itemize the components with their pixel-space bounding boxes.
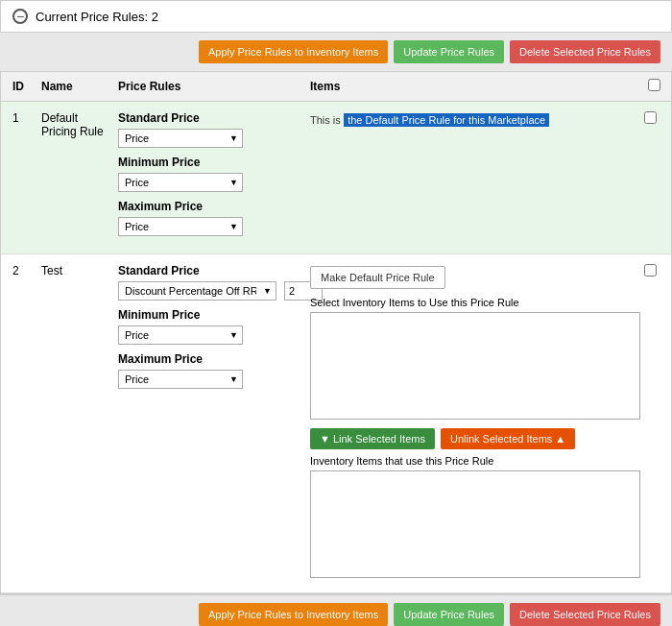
price-rules-table: ID Name Price Rules Items 1 Default Pric… [0, 72, 672, 594]
make-default-btn-wrap: Make Default Price Rule [310, 266, 640, 289]
link-unlink-row: ▼ Link Selected Items Unlink Selected It… [310, 428, 640, 449]
table-header: ID Name Price Rules Items [1, 72, 671, 102]
row2-price-rules: Standard Price Price RRP Discount Percen… [114, 262, 306, 398]
table-row: 2 Test Standard Price Price RRP Discount… [1, 254, 671, 593]
inventory-items-textarea[interactable] [310, 470, 640, 578]
row1-maximum-price-block: Maximum Price Price RRP Custom [118, 200, 302, 236]
col-price-rules: Price Rules [114, 78, 306, 95]
row1-id: 1 [9, 109, 37, 127]
col-id: ID [9, 78, 37, 95]
row2-id: 2 [9, 262, 37, 279]
row1-minimum-price-select-wrap: Price RRP Custom [118, 173, 243, 192]
row2-minimum-price-label: Minimum Price [118, 308, 302, 322]
table-row: 1 Default Pricing Rule Standard Price Pr… [1, 102, 671, 254]
inventory-items-label: Inventory Items that use this Price Rule [310, 455, 640, 467]
row1-maximum-price-select-wrap: Price RRP Custom [118, 217, 243, 236]
delete-selected-button-top[interactable]: Delete Selected Price Rules [510, 40, 660, 63]
row2-minimum-price-select-wrap: Price RRP Custom [118, 325, 243, 345]
row2-standard-price-select-wrap: Price RRP Discount Percentage Off RRP Cu… [118, 281, 276, 301]
row1-standard-price-label: Standard Price [118, 111, 302, 125]
link-selected-items-button[interactable]: ▼ Link Selected Items [310, 428, 435, 449]
row1-checkbox[interactable] [644, 111, 657, 124]
collapse-icon[interactable]: − [12, 9, 28, 24]
col-name: Name [37, 78, 114, 95]
row1-price-rules: Standard Price Price RRP Custom Minimum … [114, 109, 306, 246]
top-bar: − Current Price Rules: 2 [0, 0, 672, 33]
top-action-bar: Apply Price Rules to Inventory Items Upd… [0, 33, 672, 72]
row2-maximum-price-select-wrap: Price RRP Custom [118, 370, 243, 389]
row1-name: Default Pricing Rule [37, 109, 114, 140]
row1-default-rule-prefix: This is [310, 114, 341, 126]
make-default-price-rule-button[interactable]: Make Default Price Rule [310, 266, 445, 289]
row2-minimum-price-select[interactable]: Price RRP Custom [118, 325, 243, 345]
row1-maximum-price-select[interactable]: Price RRP Custom [118, 217, 243, 236]
row2-standard-price-discount-row: Price RRP Discount Percentage Off RRP Cu… [118, 281, 302, 301]
row1-minimum-price-label: Minimum Price [118, 156, 302, 169]
row2-checkbox[interactable] [644, 264, 657, 277]
row2-standard-price-label: Standard Price [118, 264, 302, 277]
current-price-rules-text: Current Price Rules: 2 [36, 10, 158, 24]
apply-price-rules-button-top[interactable]: Apply Price Rules to Inventory Items [199, 40, 388, 63]
row2-maximum-price-block: Maximum Price Price RRP Custom [118, 352, 302, 389]
row1-standard-price-select-wrap: Price RRP Custom [118, 129, 243, 148]
row1-minimum-price-select[interactable]: Price RRP Custom [118, 173, 243, 192]
select-inventory-textarea[interactable] [310, 312, 640, 420]
bottom-action-bar: Apply Price Rules to Inventory Items Upd… [0, 594, 672, 626]
select-inventory-label: Select Inventory Items to Use this Price… [310, 297, 640, 308]
row1-items-cell: This is the Default Price Rule for this … [306, 109, 644, 131]
row2-checkbox-cell [644, 262, 663, 277]
row2-maximum-price-label: Maximum Price [118, 352, 302, 366]
col-checkbox-header [644, 77, 663, 96]
row1-default-rule-highlight: the Default Price Rule for this Marketpl… [344, 113, 549, 127]
row1-maximum-price-label: Maximum Price [118, 200, 302, 213]
row1-standard-price-select[interactable]: Price RRP Custom [118, 129, 243, 148]
row1-checkbox-cell [644, 109, 663, 124]
row1-standard-price-block: Standard Price Price RRP Custom [118, 111, 302, 148]
update-price-rules-button-top[interactable]: Update Price Rules [394, 40, 504, 63]
row2-items-cell: Make Default Price Rule Select Inventory… [306, 262, 644, 585]
update-price-rules-button-bottom[interactable]: Update Price Rules [394, 603, 504, 626]
row2-name: Test [37, 262, 114, 279]
row1-minimum-price-block: Minimum Price Price RRP Custom [118, 156, 302, 192]
delete-selected-button-bottom[interactable]: Delete Selected Price Rules [510, 603, 660, 626]
col-items: Items [306, 78, 644, 95]
select-all-checkbox[interactable] [648, 79, 660, 91]
row2-minimum-price-block: Minimum Price Price RRP Custom [118, 308, 302, 345]
apply-price-rules-button-bottom[interactable]: Apply Price Rules to Inventory Items [199, 603, 388, 626]
row2-maximum-price-select[interactable]: Price RRP Custom [118, 370, 243, 389]
row2-standard-price-block: Standard Price Price RRP Discount Percen… [118, 264, 302, 301]
unlink-selected-items-button[interactable]: Unlink Selected Items ▲ [441, 428, 575, 449]
row2-standard-price-select[interactable]: Price RRP Discount Percentage Off RRP Cu… [118, 281, 276, 301]
